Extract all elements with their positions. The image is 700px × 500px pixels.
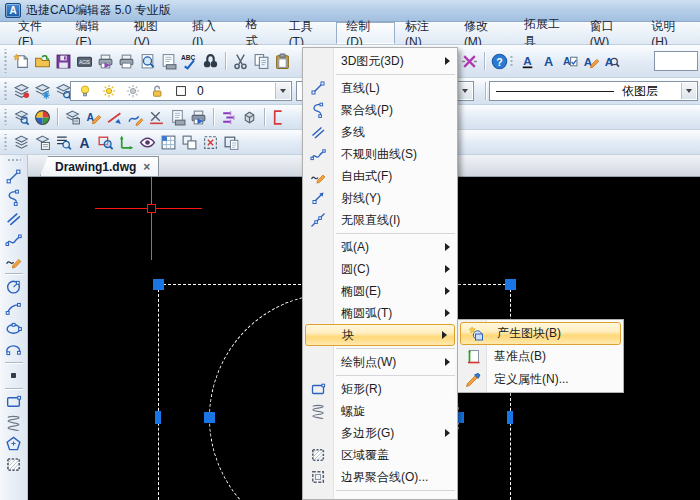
draw-menu-item-8[interactable]: 弧(A) <box>303 236 457 258</box>
draw-menu-item-3[interactable]: 多线 <box>303 121 457 143</box>
linetype-combo-dropdown[interactable] <box>681 83 696 99</box>
toolbar-grip[interactable] <box>3 82 8 100</box>
ellipse-icon[interactable] <box>2 318 26 339</box>
plot-icon[interactable] <box>95 50 116 72</box>
grip-circle-left-quadrant[interactable] <box>204 412 215 423</box>
draw-menu-item-5[interactable]: 自由式(F) <box>303 165 457 187</box>
grip-rect-right-mid[interactable] <box>507 411 513 424</box>
toolbar-grip[interactable] <box>7 158 21 163</box>
block-submenu-item-0[interactable]: 产生图块(B) <box>460 322 621 345</box>
layer-freeze-icon[interactable] <box>32 80 53 102</box>
text-edit-icon[interactable]: A <box>580 50 601 72</box>
paste-icon[interactable] <box>272 50 293 72</box>
draw-menu-item-18[interactable]: 边界聚合线(O)... <box>303 466 457 488</box>
text-single-icon[interactable]: A <box>538 50 559 72</box>
select-box-icon[interactable] <box>200 131 221 153</box>
copy-icon[interactable] <box>251 50 272 72</box>
ellipse-arc-icon[interactable] <box>2 339 26 360</box>
zoom-object-icon[interactable] <box>95 131 116 153</box>
new-icon[interactable] <box>11 50 32 72</box>
toolbar-grip[interactable] <box>3 49 8 73</box>
draw-menu-item-16[interactable]: 多边形(G) <box>303 422 457 444</box>
match-properties-icon[interactable] <box>459 50 480 72</box>
text-style-combo[interactable] <box>654 51 698 71</box>
menubar-item-11[interactable]: 说明(H) <box>641 22 700 44</box>
trim-icon[interactable] <box>146 106 167 128</box>
polyline-icon[interactable] <box>2 187 26 208</box>
spline-icon[interactable] <box>2 229 26 250</box>
print-preview-icon[interactable] <box>137 50 158 72</box>
unlock-icon[interactable] <box>146 80 167 102</box>
named-views-icon[interactable] <box>137 131 158 153</box>
draw-menu-item-11[interactable]: 椭圆弧(T) <box>303 302 457 324</box>
text-style-icon[interactable]: A <box>517 50 538 72</box>
layer-view-icon[interactable] <box>11 131 32 153</box>
draw-menu-item-6[interactable]: 射线(Y) <box>303 187 457 209</box>
draw-menu-item-12[interactable]: 块 <box>305 324 455 346</box>
menubar-item-4[interactable]: 格式 <box>236 22 279 44</box>
draw-menu-item-15[interactable]: 螺旋 <box>303 400 457 422</box>
clip-box-icon[interactable] <box>221 131 242 153</box>
wipeout-icon[interactable] <box>2 454 26 475</box>
tab-close-icon[interactable]: × <box>143 161 150 173</box>
polygon-icon[interactable] <box>2 433 26 454</box>
menubar-item-9[interactable]: 拓展工具 <box>514 22 580 44</box>
save-icon[interactable] <box>53 50 74 72</box>
open-icon[interactable] <box>32 50 53 72</box>
layer-find-icon[interactable] <box>11 106 32 128</box>
selected-rectangle-left-edge[interactable] <box>158 284 159 500</box>
arc-icon[interactable] <box>2 297 26 318</box>
draw-menu-item-17[interactable]: 区域覆盖 <box>303 444 457 466</box>
layer-combo-dropdown[interactable] <box>275 83 290 99</box>
print-icon[interactable] <box>116 50 137 72</box>
draw-menu-item-14[interactable]: 矩形(R) <box>303 378 457 400</box>
text-find-icon[interactable]: A <box>601 50 622 72</box>
page-print-icon[interactable] <box>167 106 188 128</box>
box-3d-icon[interactable] <box>239 106 260 128</box>
text-check-icon[interactable]: A <box>559 50 580 72</box>
layer-combo[interactable]: 0 <box>70 81 292 101</box>
draw-menu-item-9[interactable]: 圆(C) <box>303 258 457 280</box>
sun-off-icon[interactable] <box>122 80 143 102</box>
draw-menu-item-0[interactable]: 3D图元(3D) <box>303 50 457 72</box>
helix-icon[interactable] <box>2 412 26 433</box>
layer-properties-icon[interactable] <box>11 80 32 102</box>
draw-menu-item-10[interactable]: 椭圆(E) <box>303 280 457 302</box>
edit-polyline-icon[interactable] <box>125 106 146 128</box>
menubar-item-10[interactable]: 窗口(W) <box>580 22 641 44</box>
menubar-item-7[interactable]: 标注(N) <box>395 22 454 44</box>
rectangle-icon[interactable] <box>2 391 26 412</box>
quick-select-icon[interactable] <box>53 131 74 153</box>
multiline-icon[interactable] <box>2 208 26 229</box>
toolbar-grip[interactable] <box>3 109 8 125</box>
line-icon[interactable] <box>2 166 26 187</box>
color-wheel-icon[interactable] <box>32 106 53 128</box>
spell-check-icon[interactable]: ABC <box>179 50 200 72</box>
grid-view-icon[interactable] <box>158 131 179 153</box>
tab-drawing1[interactable]: Drawing1.dwg × <box>40 156 159 176</box>
text-pencil-icon[interactable]: A <box>83 106 104 128</box>
menubar-item-5[interactable]: 工具(T) <box>279 22 337 44</box>
toolbar-grip[interactable] <box>509 54 514 68</box>
print-2-icon[interactable] <box>188 106 209 128</box>
menubar-item-0[interactable]: 文件(F) <box>8 22 66 44</box>
copy-objects-icon[interactable] <box>179 131 200 153</box>
block-submenu-item-1[interactable]: 基准点(B) <box>458 345 623 368</box>
color-combo-dropdown[interactable] <box>457 83 472 99</box>
draw-menu-item-1[interactable]: 直线(L) <box>303 77 457 99</box>
grip-rect-top-right[interactable] <box>505 279 516 290</box>
draw-menu-item-13[interactable]: 绘制点(W) <box>303 351 457 373</box>
sun-icon[interactable] <box>98 80 119 102</box>
menubar-item-3[interactable]: 插入(I) <box>182 22 236 44</box>
draw-menu-item-2[interactable]: 聚合线(P) <box>303 99 457 121</box>
point-icon[interactable] <box>2 365 26 386</box>
text-a-icon[interactable]: A <box>74 131 95 153</box>
edit-line-icon[interactable] <box>104 106 125 128</box>
cut-icon[interactable] <box>230 50 251 72</box>
layers-iso-icon[interactable] <box>218 106 239 128</box>
layer-settings-icon[interactable] <box>62 106 83 128</box>
ucs-axes-icon[interactable] <box>116 131 137 153</box>
grip-rect-left-mid[interactable] <box>155 411 161 424</box>
circle-icon[interactable] <box>2 276 26 297</box>
page-setup-icon[interactable] <box>158 50 179 72</box>
